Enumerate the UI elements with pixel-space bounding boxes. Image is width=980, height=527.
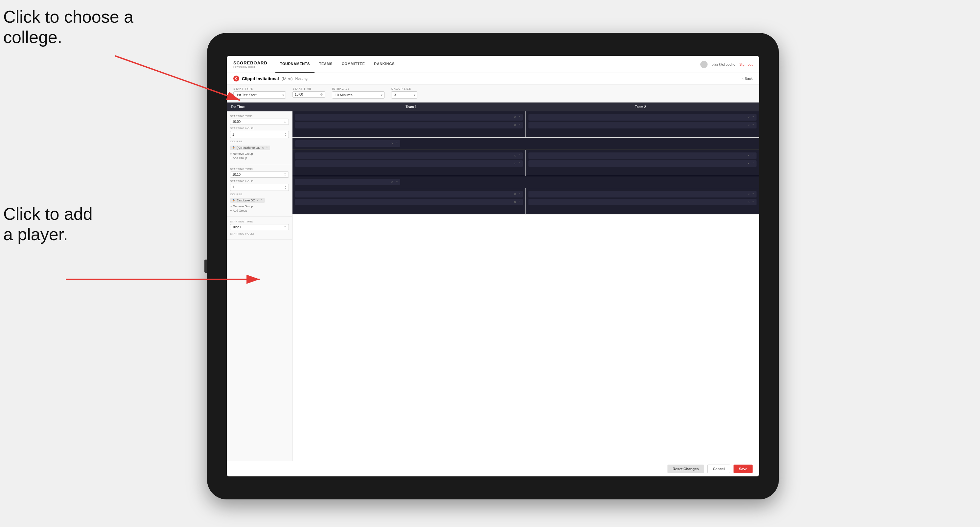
course-player-slot-1[interactable]: ✕ ⌃: [295, 140, 400, 147]
slot-x-5-1[interactable]: ✕: [514, 192, 516, 196]
course-slot-expand-2[interactable]: ⌃: [396, 180, 398, 184]
slot-expand-5-2[interactable]: ⌃: [518, 200, 521, 204]
slot-expand-5-1[interactable]: ⌃: [518, 192, 521, 196]
starting-hole-label-2: STARTING HOLE:: [230, 180, 289, 183]
team1-cell-3: ✕ ⌃ ✕ ⌃: [293, 188, 526, 214]
content-area: STARTING TIME: 10:00 ⏱ STARTING HOLE: 1 …: [227, 111, 759, 461]
left-panel: STARTING TIME: 10:00 ⏱ STARTING HOLE: 1 …: [227, 111, 293, 461]
slot-x-4-1[interactable]: ✕: [747, 154, 750, 157]
group-size-label: Group Size: [391, 87, 417, 90]
slot-expand-3-1[interactable]: ⌃: [518, 154, 521, 157]
add-group-btn-1[interactable]: + Add Group: [230, 156, 289, 160]
tournament-name: Clippd Invitational: [242, 76, 279, 81]
course-remove-1[interactable]: ✕: [262, 146, 264, 149]
c-icon: C: [233, 76, 239, 81]
player-slot-5-1[interactable]: ✕ ⌃: [295, 191, 523, 197]
player-slot-2-1[interactable]: ✕ ⌃: [528, 114, 757, 121]
header-right: blair@clippd.io Sign out: [700, 61, 752, 68]
player-slot-6-2[interactable]: ✕ ⌃: [528, 199, 757, 205]
bottom-bar: Reset Changes Cancel Save: [227, 461, 759, 476]
add-group-btn-2[interactable]: + Add Group: [230, 209, 289, 212]
slot-expand-2-2[interactable]: ⌃: [752, 124, 754, 127]
nav-tab-teams[interactable]: TEAMS: [315, 56, 337, 73]
cancel-button[interactable]: Cancel: [707, 465, 730, 473]
course-slot-x-2[interactable]: ✕: [391, 180, 394, 184]
course-name-2: East Lake GC: [237, 199, 255, 202]
slot-expand-1-2[interactable]: ⌃: [518, 124, 521, 127]
course-player-slot-2[interactable]: ✕ ⌃: [295, 179, 400, 185]
player-slot-4-1[interactable]: ✕ ⌃: [528, 152, 757, 159]
course-slot-expand-1[interactable]: ⌃: [396, 142, 398, 145]
team2-col-header: Team 2: [526, 105, 755, 109]
intervals-select[interactable]: 10 Minutes: [332, 91, 385, 98]
course-expand-2[interactable]: ⌃: [260, 199, 263, 202]
team2-cell-2: ✕ ⌃ ✕ ⌃: [526, 150, 759, 176]
slot-x-4-2[interactable]: ✕: [747, 162, 750, 165]
player-slot-2-2[interactable]: ✕ ⌃: [528, 122, 757, 129]
slot-expand-4-2[interactable]: ⌃: [752, 162, 754, 165]
nav-tab-tournaments[interactable]: TOURNAMENTS: [275, 56, 315, 73]
course-slot-1: ✕ ⌃: [295, 140, 757, 147]
slot-x-3-1[interactable]: ✕: [514, 154, 516, 157]
nav-tab-committee[interactable]: COMMITTEE: [337, 56, 370, 73]
slot-x-2-1[interactable]: ✕: [747, 116, 750, 119]
start-time-input[interactable]: 10:00 ⏱: [293, 91, 325, 98]
slot-x-6-1[interactable]: ✕: [747, 192, 750, 196]
player-slot-6-1[interactable]: ✕ ⌃: [528, 191, 757, 197]
group-size-group: Group Size 3: [391, 87, 417, 100]
player-slot-1-2[interactable]: ✕ ⌃: [295, 122, 523, 129]
course-tag-1[interactable]: 🏌 (A) Peachtree GC ✕ ⌃: [230, 146, 270, 150]
slot-x-5-2[interactable]: ✕: [514, 200, 516, 204]
team2-cell-1: ✕ ⌃ ✕ ⌃: [526, 111, 759, 137]
table-header: Tee Time Team 1 Team 2: [227, 103, 759, 111]
sign-out-link[interactable]: Sign out: [740, 62, 752, 67]
slot-expand-4-1[interactable]: ⌃: [752, 154, 754, 157]
annotation-mid: Click to add a player.: [3, 204, 93, 245]
course-name-1: (A) Peachtree GC: [237, 146, 260, 149]
reset-changes-button[interactable]: Reset Changes: [667, 465, 704, 473]
starting-hole-input-2[interactable]: 1 ▲▼: [230, 184, 289, 191]
starting-time-input-1[interactable]: 10:00 ⏱: [230, 119, 289, 125]
course-expand-1[interactable]: ⌃: [266, 146, 268, 149]
group-row-3: ✕ ⌃ ✕ ⌃ ✕ ⌃ ✕: [293, 188, 759, 214]
brand-sub: Powered by clippd: [233, 65, 267, 68]
tablet-screen: SCOREBOARD Powered by clippd TOURNAMENTS…: [227, 56, 759, 476]
course-slot-x-1[interactable]: ✕: [391, 142, 394, 145]
remove-group-btn-2[interactable]: ○ Remove Group: [230, 205, 289, 208]
slot-expand-3-2[interactable]: ⌃: [518, 162, 521, 165]
starting-hole-input-1[interactable]: 1 ▲▼: [230, 131, 289, 138]
start-type-select[interactable]: 1st Tee Start: [233, 91, 286, 98]
hosting-badge: Hosting: [296, 77, 308, 81]
starting-time-input-3[interactable]: 10:20 ⏱: [230, 224, 289, 230]
slot-x-1-1[interactable]: ✕: [514, 116, 516, 119]
slot-x-1-2[interactable]: ✕: [514, 124, 516, 127]
course-remove-2[interactable]: ✕: [256, 199, 259, 202]
intervals-select-wrap: 10 Minutes: [332, 91, 385, 98]
starting-time-label-3: STARTING TIME:: [230, 220, 289, 223]
remove-group-btn-1[interactable]: ○ Remove Group: [230, 152, 289, 156]
course-label-1: COURSE:: [230, 140, 289, 143]
slot-expand-1-1[interactable]: ⌃: [518, 116, 521, 119]
starting-hole-label-3: STARTING HOLE:: [230, 232, 289, 235]
course-slot-2: ✕ ⌃: [295, 179, 757, 185]
start-type-select-wrap: 1st Tee Start: [233, 91, 286, 98]
nav-tab-rankings[interactable]: RANKINGS: [369, 56, 399, 73]
player-slot-3-2[interactable]: ✕ ⌃: [295, 160, 523, 167]
player-slot-3-1[interactable]: ✕ ⌃: [295, 152, 523, 159]
starting-time-input-2[interactable]: 10:10 ⏱: [230, 171, 289, 178]
back-button[interactable]: ‹ Back: [742, 76, 752, 81]
slot-expand-2-1[interactable]: ⌃: [752, 116, 754, 119]
slot-expand-6-2[interactable]: ⌃: [752, 200, 754, 204]
slot-x-2-2[interactable]: ✕: [747, 124, 750, 127]
player-slot-5-2[interactable]: ✕ ⌃: [295, 199, 523, 205]
group-size-select[interactable]: 3: [391, 91, 417, 98]
player-slot-1-1[interactable]: ✕ ⌃: [295, 114, 523, 121]
player-slot-4-2[interactable]: ✕ ⌃: [528, 160, 757, 167]
group-block-3: STARTING TIME: 10:20 ⏱ STARTING HOLE:: [227, 217, 292, 240]
slot-x-3-2[interactable]: ✕: [514, 162, 516, 165]
save-button[interactable]: Save: [733, 465, 752, 473]
slot-expand-6-1[interactable]: ⌃: [752, 192, 754, 196]
slot-x-6-2[interactable]: ✕: [747, 200, 750, 204]
course-tag-2[interactable]: 🏌 East Lake GC ✕ ⌃: [230, 198, 265, 203]
group-block-1: STARTING TIME: 10:00 ⏱ STARTING HOLE: 1 …: [227, 111, 292, 164]
